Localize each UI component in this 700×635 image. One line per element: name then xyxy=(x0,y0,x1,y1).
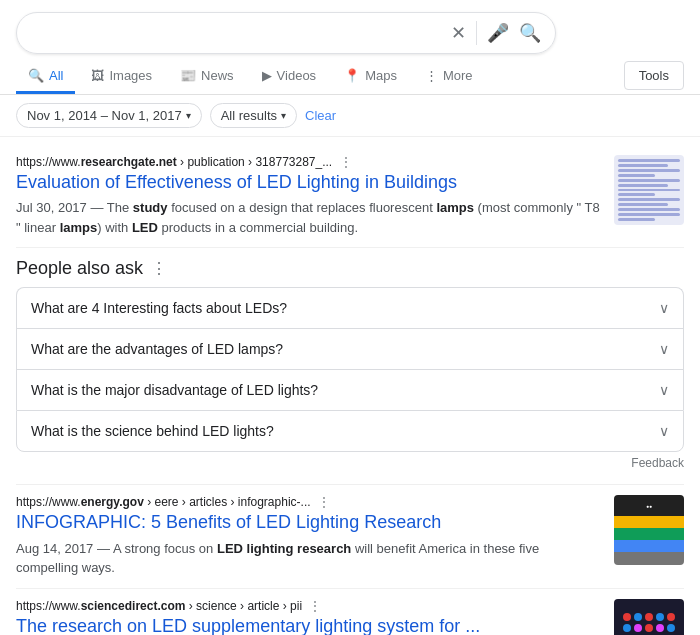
tab-news[interactable]: 📰 News xyxy=(168,60,246,94)
result-options-icon[interactable]: ⋮ xyxy=(309,599,321,613)
more-dots-icon: ⋮ xyxy=(425,68,438,83)
tab-more[interactable]: ⋮ More xyxy=(413,60,485,94)
paa-question-item[interactable]: What are 4 Interesting facts about LEDs?… xyxy=(16,287,684,328)
news-icon: 📰 xyxy=(180,68,196,83)
thumb-line xyxy=(618,174,655,177)
url-prefix: https://www. xyxy=(16,495,81,509)
microphone-icon[interactable]: 🎤 xyxy=(487,22,509,44)
led-dot xyxy=(623,613,631,621)
url-suffix: › eere › articles › infographic-... xyxy=(144,495,311,509)
clear-search-icon[interactable]: ✕ xyxy=(451,24,466,42)
search-input[interactable]: led lamps research xyxy=(31,24,451,42)
led-dot xyxy=(634,613,642,621)
header: led lamps research ✕ 🎤 🔍 xyxy=(0,0,700,54)
result-thumbnail: ●● xyxy=(614,495,684,565)
url-prefix: https://www. xyxy=(16,599,81,613)
result-title[interactable]: The research on LED supplementary lighti… xyxy=(16,615,602,635)
tab-images-label: Images xyxy=(109,68,152,83)
result-url: https://www.energy.gov › eere › articles… xyxy=(16,495,602,509)
paa-list: What are 4 Interesting facts about LEDs?… xyxy=(16,287,684,452)
url-domain: sciencedirect.com xyxy=(81,599,186,613)
result-options-icon[interactable]: ⋮ xyxy=(318,495,330,509)
paa-header: People also ask ⋮ xyxy=(16,258,684,279)
maps-icon: 📍 xyxy=(344,68,360,83)
thumb-line xyxy=(618,184,668,187)
thumb-line xyxy=(618,169,680,172)
result-url: https://www.sciencedirect.com › science … xyxy=(16,599,602,613)
feedback-link[interactable]: Feedback xyxy=(16,452,684,474)
snippet-date: Jul 30, 2017 xyxy=(16,200,87,215)
all-results-chevron-icon: ▾ xyxy=(281,110,286,121)
thumb-line xyxy=(618,189,680,192)
thumb-row xyxy=(614,516,684,528)
thumb-line xyxy=(618,208,680,211)
divider xyxy=(476,21,477,45)
led-dot xyxy=(634,624,642,632)
paa-question-item[interactable]: What are the advantages of LED lamps? ∨ xyxy=(16,328,684,369)
paa-question-item[interactable]: What is the science behind LED lights? ∨ xyxy=(16,410,684,452)
result-snippet: Jul 30, 2017 — The study focused on a de… xyxy=(16,198,602,237)
tab-images[interactable]: 🖼 Images xyxy=(79,60,164,94)
url-domain: energy.gov xyxy=(81,495,144,509)
date-range-chevron-icon: ▾ xyxy=(186,110,191,121)
images-icon: 🖼 xyxy=(91,68,104,83)
result-url: https://www.researchgate.net › publicati… xyxy=(16,155,602,169)
tab-videos-label: Videos xyxy=(277,68,317,83)
date-range-label: Nov 1, 2014 – Nov 1, 2017 xyxy=(27,108,182,123)
led-dot xyxy=(656,624,664,632)
result-item: https://www.researchgate.net › publicati… xyxy=(16,145,684,248)
tab-maps[interactable]: 📍 Maps xyxy=(332,60,409,94)
clear-filter-link[interactable]: Clear xyxy=(305,108,336,123)
thumb-line xyxy=(618,164,668,167)
paa-question-text: What are the advantages of LED lamps? xyxy=(31,341,283,357)
all-results-filter[interactable]: All results ▾ xyxy=(210,103,297,128)
result-title[interactable]: INFOGRAPHIC: 5 Benefits of LED Lighting … xyxy=(16,511,602,534)
paa-expand-icon: ∨ xyxy=(659,341,669,357)
thumb-line xyxy=(618,198,680,201)
thumb-line xyxy=(618,159,680,162)
paa-options-icon[interactable]: ⋮ xyxy=(151,259,167,278)
tab-all[interactable]: 🔍 All xyxy=(16,60,75,94)
result-options-icon[interactable]: ⋮ xyxy=(340,155,352,169)
result-thumbnail xyxy=(614,599,684,635)
result-title[interactable]: Evaluation of Effectiveness of LED Light… xyxy=(16,171,602,194)
led-thumbnail xyxy=(614,599,684,635)
people-also-ask-section: People also ask ⋮ What are 4 Interesting… xyxy=(16,248,684,485)
filter-bar: Nov 1, 2014 – Nov 1, 2017 ▾ All results … xyxy=(0,95,700,137)
result-item: https://www.energy.gov › eere › articles… xyxy=(16,485,684,588)
thumb-line xyxy=(618,218,655,221)
paa-expand-icon: ∨ xyxy=(659,300,669,316)
url-suffix: › publication › 318773287_... xyxy=(177,155,332,169)
paa-question-item[interactable]: What is the major disadvantage of LED li… xyxy=(16,369,684,410)
led-dot xyxy=(667,624,675,632)
tab-videos[interactable]: ▶ Videos xyxy=(250,60,329,94)
url-suffix: › science › article › pii xyxy=(185,599,302,613)
led-dot xyxy=(645,613,653,621)
tab-maps-label: Maps xyxy=(365,68,397,83)
tab-news-label: News xyxy=(201,68,234,83)
paa-question-text: What is the major disadvantage of LED li… xyxy=(31,382,318,398)
videos-icon: ▶ xyxy=(262,68,272,83)
thumb-line xyxy=(618,179,680,182)
search-icon[interactable]: 🔍 xyxy=(519,22,541,44)
result-snippet: Aug 14, 2017 — A strong focus on LED lig… xyxy=(16,539,602,578)
url-domain: researchgate.net xyxy=(81,155,177,169)
thumb-row xyxy=(614,540,684,552)
date-range-filter[interactable]: Nov 1, 2014 – Nov 1, 2017 ▾ xyxy=(16,103,202,128)
paa-question-text: What is the science behind LED lights? xyxy=(31,423,274,439)
thumb-row xyxy=(614,528,684,540)
url-prefix: https://www. xyxy=(16,155,81,169)
led-grid xyxy=(623,613,675,635)
tools-button[interactable]: Tools xyxy=(624,61,684,90)
snippet-text: The study focused on a design that repla… xyxy=(16,200,600,235)
results-container: https://www.researchgate.net › publicati… xyxy=(0,137,700,635)
paa-expand-icon: ∨ xyxy=(659,423,669,439)
result-content: https://www.sciencedirect.com › science … xyxy=(16,599,602,635)
search-icons: ✕ 🎤 🔍 xyxy=(451,21,541,45)
snippet-date: Aug 14, 2017 xyxy=(16,541,93,556)
paa-question-text: What are 4 Interesting facts about LEDs? xyxy=(31,300,287,316)
search-bar: led lamps research ✕ 🎤 🔍 xyxy=(16,12,556,54)
tabs-bar: 🔍 All 🖼 Images 📰 News ▶ Videos 📍 Maps ⋮ … xyxy=(0,54,700,95)
infographic-thumbnail: ●● xyxy=(614,495,684,565)
thumb-top-band: ●● xyxy=(614,495,684,516)
